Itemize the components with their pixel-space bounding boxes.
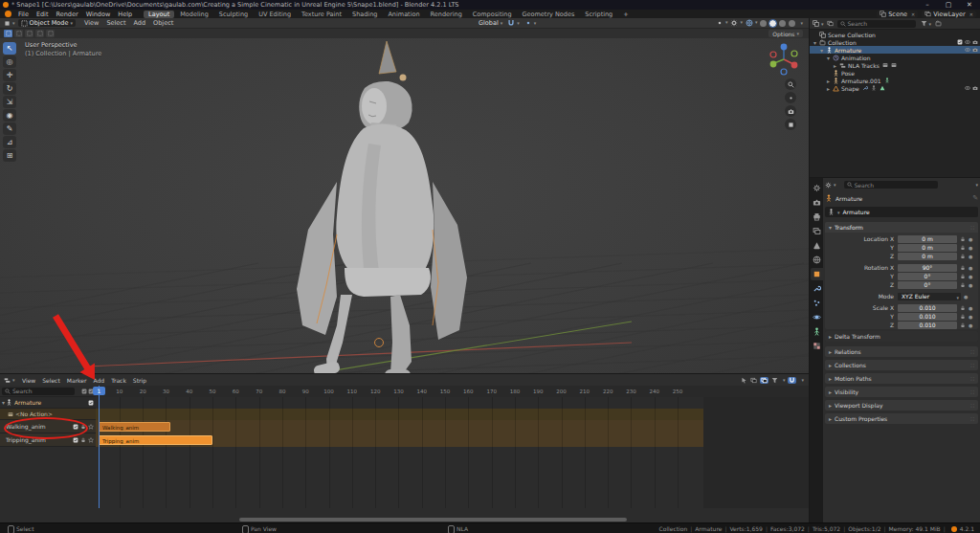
lock-icon[interactable] <box>960 254 966 259</box>
new-collection-icon[interactable] <box>935 20 942 27</box>
properties-tab-view-layer[interactable] <box>811 225 823 237</box>
properties-tab-particles[interactable] <box>811 297 823 309</box>
properties-editor-type-button[interactable]: ▾ <box>825 182 836 189</box>
minimize-button[interactable]: – <box>917 1 938 9</box>
animate-dot-icon[interactable]: ● <box>969 254 972 259</box>
view-layer-selector[interactable]: ViewLayer ✕ <box>922 11 976 18</box>
camera-toggle-icon[interactable] <box>972 47 978 53</box>
proportional-edit-icon[interactable] <box>524 19 532 27</box>
menu-help[interactable]: Help <box>114 11 136 18</box>
gizmo-toggle-icon[interactable]: ▾ <box>730 19 743 27</box>
outliner-editor-type-button[interactable]: ▾ <box>813 20 824 27</box>
select-mode-1[interactable] <box>14 30 23 37</box>
outliner-row-nla-tracks[interactable]: ▸NLA Tracks <box>810 61 980 69</box>
nla-track-armature[interactable]: ▾ Armature <box>0 397 96 409</box>
tool-scale[interactable]: ⇲ <box>3 96 16 108</box>
animate-dot-icon[interactable]: ● <box>964 294 968 300</box>
close-button[interactable]: ✕ <box>959 1 980 9</box>
workspace-tab-geometry-nodes[interactable]: Geometry Nodes <box>518 11 580 18</box>
animate-dot-icon[interactable]: ● <box>969 236 972 242</box>
shading-material-icon[interactable] <box>779 20 786 27</box>
transform-orientation[interactable]: Global▾ ▾ ▾ <box>479 19 536 27</box>
workspace-tab-sculpting[interactable]: Sculpting <box>214 11 253 18</box>
nav-pan-button[interactable] <box>785 92 796 103</box>
properties-tab-physics[interactable] <box>811 311 823 323</box>
workspace-tab-shading[interactable]: Shading <box>347 11 382 18</box>
select-mode-2[interactable] <box>25 30 33 37</box>
section-visibility[interactable]: ▸Visibility∷ <box>825 387 978 397</box>
tool-annotate[interactable]: ✎ <box>3 122 16 135</box>
camera-toggle-icon[interactable] <box>972 39 978 45</box>
tool-select-box[interactable]: ↖ <box>3 42 16 55</box>
animate-dot-icon[interactable]: ● <box>969 245 972 251</box>
options-button[interactable]: Options▾ <box>768 30 803 37</box>
tool-move[interactable]: ✛ <box>3 69 16 81</box>
track-lock-icon[interactable] <box>80 437 86 443</box>
tool-rotate[interactable]: ↻ <box>3 82 16 95</box>
select-mode-3[interactable] <box>35 30 44 37</box>
outliner-row-pose[interactable]: Pose <box>810 69 980 77</box>
lock-icon[interactable] <box>960 245 966 251</box>
animate-dot-icon[interactable]: ● <box>969 282 972 288</box>
prop-value-z[interactable]: 0 m <box>898 253 957 260</box>
shading-wireframe-icon[interactable] <box>760 20 767 27</box>
overlays-toggle-icon[interactable]: ▾ <box>746 19 758 27</box>
tool-add-cube[interactable]: ⊞ <box>3 149 16 162</box>
pin-icon[interactable] <box>88 400 94 406</box>
nla-strip-tripping_anim[interactable]: Tripping_anim <box>99 435 212 445</box>
nla-editor-type-button[interactable]: ▾ <box>4 377 15 384</box>
section-motion-paths[interactable]: ▸Motion Paths∷ <box>825 373 978 384</box>
nla-empty-area[interactable] <box>96 447 703 508</box>
lock-icon[interactable] <box>960 282 966 288</box>
menu-file[interactable]: File <box>14 11 33 18</box>
transform-panel-header[interactable]: ▾ Transform ∷ <box>825 222 978 233</box>
select-mode-0[interactable] <box>4 30 12 37</box>
scene-selector[interactable]: Scene ✕ <box>877 11 918 18</box>
tool-cursor[interactable]: ◎ <box>3 56 16 68</box>
select-mode-4[interactable] <box>46 30 55 37</box>
menu-window[interactable]: Window <box>82 11 115 18</box>
blender-menu-icon[interactable] <box>5 11 11 17</box>
nla-search[interactable]: Search <box>2 388 75 395</box>
nla-menu-view[interactable]: View <box>19 377 39 384</box>
animate-dot-icon[interactable]: ● <box>969 274 972 279</box>
prop-value-scale-x[interactable]: 0.010 <box>898 304 957 312</box>
section-viewport-display[interactable]: ▸Viewport Display∷ <box>825 400 978 411</box>
nla-filter-icon[interactable] <box>771 377 778 384</box>
tool-transform[interactable]: ◉ <box>3 109 16 122</box>
navigation-gizmo[interactable] <box>767 42 801 77</box>
properties-tab-scene[interactable] <box>811 239 823 252</box>
checkbox-toggle-icon[interactable] <box>957 39 963 45</box>
outliner-row-scene-collection[interactable]: Scene Collection <box>810 31 980 38</box>
nla-overlap-icon[interactable] <box>750 377 757 384</box>
lock-icon[interactable] <box>960 265 966 271</box>
prop-value-y[interactable]: 0° <box>898 273 957 280</box>
outliner-search[interactable]: Search <box>837 20 916 28</box>
workspace-tab-animation[interactable]: Animation <box>383 11 424 18</box>
properties-search[interactable]: Search <box>844 181 938 189</box>
mode-selector[interactable]: Object Mode ▾ <box>18 19 76 27</box>
animate-dot-icon[interactable]: ● <box>969 322 972 328</box>
editor-type-button[interactable]: ▾ <box>4 20 15 27</box>
eye-toggle-icon[interactable] <box>965 85 970 91</box>
workspace-tab-texture-paint[interactable]: Texture Paint <box>297 11 346 18</box>
nla-menu-track[interactable]: Track <box>108 377 130 384</box>
lock-icon[interactable] <box>960 314 966 320</box>
viewport-menu-object[interactable]: Object <box>149 19 177 27</box>
section-custom-properties[interactable]: ▸Custom Properties∷ <box>825 413 978 424</box>
pivot-point-icon[interactable]: ▾ <box>716 19 728 27</box>
outliner-display-mode-icon[interactable] <box>827 20 834 27</box>
lock-icon[interactable] <box>960 305 966 311</box>
nla-toggle-icon[interactable] <box>741 377 747 384</box>
outliner-row-armature-001[interactable]: ▸Armature.001 <box>810 77 980 84</box>
prop-value-location-x[interactable]: 0 m <box>898 235 957 243</box>
prop-value-y[interactable]: 0.010 <box>898 313 957 321</box>
nla-sync-icon[interactable] <box>760 377 768 384</box>
nav-camera-view-button[interactable] <box>785 105 796 117</box>
properties-tab-object-data[interactable] <box>811 325 823 338</box>
shading-solid-icon[interactable] <box>769 20 776 27</box>
lock-icon[interactable] <box>960 236 966 242</box>
outliner-filter-icon[interactable] <box>921 20 927 27</box>
properties-tab-material[interactable] <box>811 340 823 352</box>
lock-icon[interactable] <box>960 274 966 279</box>
